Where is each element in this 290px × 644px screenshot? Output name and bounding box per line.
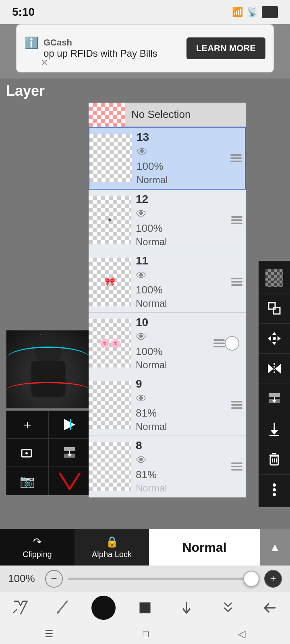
- layer-info-9: 9 👁 81% Normal: [131, 374, 246, 436]
- layer-mode-11: Normal: [136, 298, 167, 309]
- signal-icon: 📡: [247, 7, 258, 17]
- alpha-lock-button[interactable]: 🔒 Alpha Lock: [75, 529, 149, 566]
- layer-num-12: 12: [136, 193, 148, 206]
- bottom-toolbar: ↷ Clipping 🔒 Alpha Lock Normal ▲: [0, 529, 290, 566]
- zoom-thumb[interactable]: [243, 571, 259, 587]
- alpha-lock-label: Alpha Lock: [92, 550, 132, 559]
- layer-opacity-9: 81%: [136, 407, 157, 419]
- flip-button[interactable]: [48, 411, 91, 439]
- layer-drag-handle-12[interactable]: [231, 216, 242, 224]
- layer-row[interactable]: ✦ 12 👁 100% Normal: [89, 190, 246, 251]
- layer-title: Layer: [6, 83, 45, 99]
- add-group-button[interactable]: [6, 439, 48, 467]
- back-arrow-button[interactable]: [253, 592, 285, 624]
- system-back-button[interactable]: ◁: [228, 625, 255, 643]
- layer-drag-handle-13[interactable]: [230, 154, 242, 162]
- svg-marker-12: [272, 342, 277, 345]
- layer-mode-12: Normal: [136, 236, 167, 248]
- merge-down-tool-button[interactable]: [48, 439, 91, 467]
- svg-marker-13: [268, 336, 271, 341]
- layer-row[interactable]: 🎀 11 👁 100% Normal: [89, 251, 246, 313]
- layer-num-10: 10: [136, 316, 148, 329]
- layer-mode-9: Normal: [136, 421, 167, 432]
- svg-point-34: [273, 493, 276, 496]
- layer-eye-13[interactable]: 👁: [137, 145, 148, 159]
- red-wave: [6, 382, 90, 398]
- layer-eye-10[interactable]: 👁: [136, 330, 147, 344]
- add-layer-button[interactable]: ＋: [6, 411, 48, 439]
- layer-eye-11[interactable]: 👁: [136, 269, 147, 282]
- info-icon: ℹ️: [25, 37, 39, 49]
- svg-rect-10: [273, 308, 280, 314]
- layer-drag-handle-11[interactable]: [231, 278, 242, 286]
- layer-drag-handle-10[interactable]: [213, 339, 225, 347]
- ad-close-icon[interactable]: ✕: [41, 58, 48, 68]
- layer-row[interactable]: · · · 8 👁 81% Normal: [89, 436, 246, 497]
- wifi-icon: 📶: [232, 7, 243, 17]
- layer-eye-12[interactable]: 👁: [136, 207, 147, 221]
- color-button[interactable]: [129, 592, 161, 624]
- clipping-icon: ↷: [33, 536, 42, 548]
- brush-size-label: 2.0: [98, 603, 109, 613]
- brush-size-button[interactable]: 2.0: [87, 592, 120, 624]
- system-menu-button[interactable]: ☰: [35, 625, 63, 643]
- layer-opacity-10: 100%: [136, 345, 163, 358]
- zoom-plus-button[interactable]: +: [264, 570, 282, 588]
- layer-row[interactable]: 13 👁 100% Normal: [89, 127, 246, 190]
- ad-learn-more-button[interactable]: LEARN MORE: [186, 37, 265, 59]
- no-selection-row[interactable]: No Selection: [89, 103, 246, 127]
- blend-mode-arrow-button[interactable]: ▲: [260, 529, 290, 566]
- checker-pattern-button[interactable]: [259, 263, 290, 293]
- status-bar: 5:10 📶 📡 24: [0, 0, 290, 24]
- layer-drag-handle-9[interactable]: [231, 401, 242, 409]
- layer-mode-10: Normal: [136, 359, 167, 371]
- layer-thumb-8: · · ·: [89, 442, 131, 491]
- move-down-button[interactable]: [259, 414, 290, 444]
- double-down-arrow-button[interactable]: [212, 592, 244, 624]
- svg-marker-14: [278, 336, 281, 341]
- layer-drag-handle-8[interactable]: [231, 462, 242, 471]
- pen-tool-button[interactable]: [46, 592, 78, 624]
- svg-rect-19: [269, 393, 280, 397]
- zoom-bar: 100% − +: [0, 566, 290, 592]
- layer-eye-8[interactable]: 👁: [136, 454, 147, 467]
- svg-rect-9: [269, 303, 275, 309]
- blend-mode-button[interactable]: Normal: [149, 529, 260, 566]
- svg-marker-16: [268, 364, 273, 374]
- layer-num-9: 9: [136, 378, 142, 390]
- clipping-label: Clipping: [23, 550, 52, 559]
- no-selection-thumb: [89, 103, 125, 127]
- bottom-nav: 2.0: [0, 592, 290, 624]
- move-button[interactable]: [259, 324, 290, 354]
- layer-eye-9[interactable]: 👁: [136, 392, 147, 405]
- clipping-button[interactable]: ↷ Clipping: [0, 529, 75, 566]
- layer-row[interactable]: · · 9 👁 81% Normal: [89, 374, 246, 436]
- delete-layer-button[interactable]: [259, 444, 290, 475]
- zoom-track[interactable]: [68, 578, 259, 580]
- layer-panel: No Selection 13 👁 100% Normal ✦ 12 👁 100…: [89, 103, 246, 497]
- zoom-percent: 100%: [8, 572, 40, 585]
- merge-visible-button[interactable]: [259, 384, 290, 414]
- brush-size-indicator: 2.0: [91, 596, 116, 620]
- system-home-button[interactable]: □: [133, 625, 159, 643]
- svg-point-33: [273, 488, 276, 491]
- svg-line-35: [13, 609, 17, 613]
- svg-point-15: [273, 337, 276, 340]
- selection-tool-button[interactable]: [4, 592, 37, 624]
- zoom-minus-button[interactable]: −: [45, 570, 63, 588]
- blend-mode-label: Normal: [182, 540, 226, 555]
- layer-info-13: 13 👁 100% Normal: [132, 128, 245, 189]
- ad-banner: ℹ️ GCash op up RFIDs with Pay Bills ✕ LE…: [16, 24, 274, 72]
- status-time: 5:10: [12, 6, 35, 19]
- more-options-button[interactable]: [259, 475, 290, 505]
- zoom-fill: [68, 578, 240, 580]
- svg-marker-0: [64, 419, 75, 430]
- down-arrow-button[interactable]: [170, 592, 203, 624]
- layer-row[interactable]: 🌸🌸 10 👁 100% Normal: [89, 313, 246, 374]
- checker-icon: [265, 269, 283, 287]
- right-sidebar: [259, 261, 290, 507]
- camera-button[interactable]: 📷: [6, 467, 48, 495]
- flip-horizontal-button[interactable]: [259, 354, 290, 384]
- combine-layers-button[interactable]: [259, 293, 290, 324]
- layer-thumb-10: 🌸🌸: [89, 319, 131, 367]
